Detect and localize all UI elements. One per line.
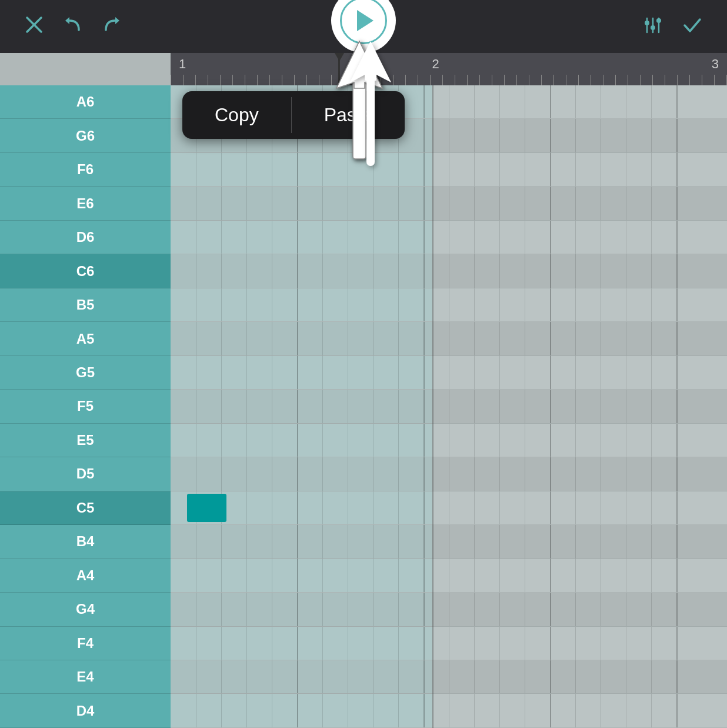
redo-button[interactable] bbox=[101, 15, 122, 39]
note-label-c5: C5 bbox=[0, 491, 171, 525]
note-labels: A6G6F6E6D6C6B5A5G5F5E5D5C5B4A4G4F4E4D4 bbox=[0, 85, 171, 728]
context-menu: Copy Paste bbox=[182, 91, 405, 139]
grid-row-c5[interactable] bbox=[171, 491, 727, 525]
note-label-g6: G6 bbox=[0, 119, 171, 152]
playhead bbox=[338, 53, 340, 85]
note-label-a5: A5 bbox=[0, 322, 171, 355]
close-button[interactable] bbox=[24, 14, 45, 39]
svg-point-9 bbox=[656, 18, 661, 23]
play-button-inner bbox=[340, 0, 387, 44]
note-label-g4: G4 bbox=[0, 593, 171, 626]
grid-row-a4[interactable] bbox=[171, 559, 727, 593]
timeline-ruler: 1 2 3 bbox=[171, 53, 727, 85]
done-button[interactable] bbox=[681, 14, 703, 39]
toolbar-left bbox=[24, 14, 122, 39]
ruler-label-2: 2 bbox=[432, 56, 439, 72]
note-label-f6: F6 bbox=[0, 153, 171, 187]
svg-marker-2 bbox=[65, 17, 69, 24]
grid-row-e5[interactable] bbox=[171, 424, 727, 457]
note-label-b5: B5 bbox=[0, 288, 171, 322]
undo-button[interactable] bbox=[62, 15, 84, 39]
grid-row-d5[interactable] bbox=[171, 457, 727, 491]
svg-marker-3 bbox=[115, 17, 119, 24]
grid-row-d6[interactable] bbox=[171, 221, 727, 254]
playhead-triangle bbox=[335, 53, 344, 61]
grid-area[interactable] bbox=[171, 85, 727, 728]
play-button[interactable] bbox=[331, 0, 396, 53]
grid-row-f6[interactable] bbox=[171, 153, 727, 187]
grid-row-a5[interactable] bbox=[171, 322, 727, 355]
note-label-c6: C6 bbox=[0, 254, 171, 288]
paste-button[interactable]: Paste bbox=[292, 91, 405, 139]
note-label-a6: A6 bbox=[0, 85, 171, 119]
grid-row-f4[interactable] bbox=[171, 627, 727, 660]
grid-row-g4[interactable] bbox=[171, 593, 727, 626]
ruler-ticks bbox=[171, 75, 727, 85]
grid-row-g5[interactable] bbox=[171, 356, 727, 390]
grid-row-d4[interactable] bbox=[171, 694, 727, 727]
toolbar-right bbox=[642, 14, 703, 39]
toolbar bbox=[0, 0, 727, 53]
grid-row-f5[interactable] bbox=[171, 390, 727, 423]
note-label-g5: G5 bbox=[0, 356, 171, 390]
note-label-d6: D6 bbox=[0, 221, 171, 254]
note-label-b4: B4 bbox=[0, 525, 171, 559]
note-label-d5: D5 bbox=[0, 457, 171, 491]
ruler-label-1: 1 bbox=[179, 56, 186, 72]
note-label-e5: E5 bbox=[0, 424, 171, 457]
mixer-button[interactable] bbox=[642, 15, 663, 39]
grid-row-b5[interactable] bbox=[171, 288, 727, 322]
svg-point-7 bbox=[645, 21, 649, 25]
note-label-d4: D4 bbox=[0, 694, 171, 727]
note-label-e4: E4 bbox=[0, 660, 171, 694]
note-label-a4: A4 bbox=[0, 559, 171, 593]
grid-row-c6[interactable] bbox=[171, 254, 727, 288]
copy-button[interactable]: Copy bbox=[182, 91, 291, 139]
svg-point-8 bbox=[651, 25, 655, 30]
ruler-label-3: 3 bbox=[712, 56, 719, 72]
play-icon bbox=[357, 10, 373, 31]
note-label-e6: E6 bbox=[0, 187, 171, 220]
note-label-f4: F4 bbox=[0, 627, 171, 660]
piano-roll: A6G6F6E6D6C6B5A5G5F5E5D5C5B4A4G4F4E4D4 bbox=[0, 85, 727, 728]
grid-row-b4[interactable] bbox=[171, 525, 727, 559]
note-label-f5: F5 bbox=[0, 390, 171, 423]
note-block-c5[interactable] bbox=[187, 494, 226, 522]
grid-row-e6[interactable] bbox=[171, 187, 727, 220]
grid-row-e4[interactable] bbox=[171, 660, 727, 694]
